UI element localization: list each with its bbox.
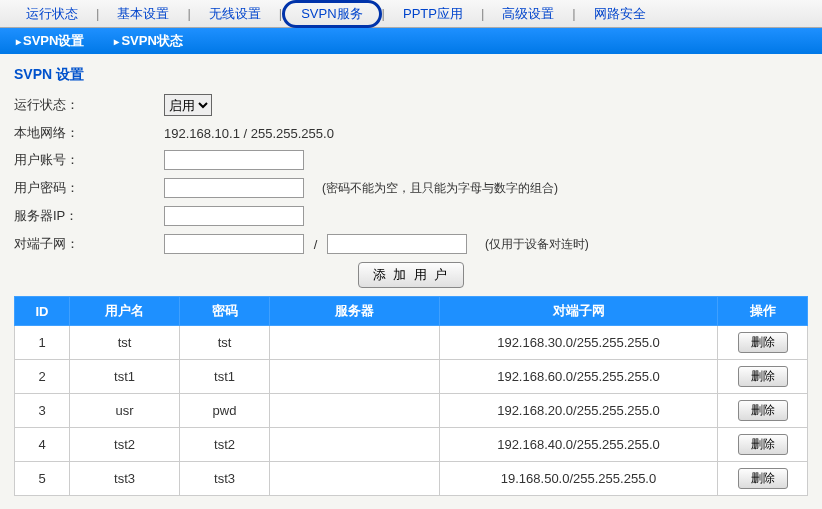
cell-server [270, 326, 440, 360]
pwd-label: 用户密码 [14, 179, 164, 197]
server-ip-label: 服务器IP [14, 207, 164, 225]
cell-id: 2 [15, 360, 70, 394]
pwd-input[interactable] [164, 178, 304, 198]
th-user: 用户名 [70, 297, 180, 326]
peer-net-input-1[interactable] [164, 234, 304, 254]
user-label: 用户账号 [14, 151, 164, 169]
row-peer-net: 对端子网 / (仅用于设备对连时) [14, 234, 808, 254]
peer-net-input-2[interactable] [327, 234, 467, 254]
subnav-item-1[interactable]: SVPN状态 [114, 32, 182, 50]
delete-button[interactable]: 删除 [738, 366, 788, 387]
user-input[interactable] [164, 150, 304, 170]
topnav-item-6[interactable]: 网路安全 [576, 1, 664, 27]
th-op: 操作 [718, 297, 808, 326]
table-row: 4tst2tst2192.168.40.0/255.255.255.0删除 [15, 428, 808, 462]
cell-pwd: pwd [180, 394, 270, 428]
row-local-net: 本地网络 192.168.10.1 / 255.255.255.0 [14, 124, 808, 142]
page-title: SVPN 设置 [14, 66, 808, 84]
peer-net-label: 对端子网 [14, 235, 164, 253]
th-id: ID [15, 297, 70, 326]
th-pwd: 密码 [180, 297, 270, 326]
cell-peer: 19.168.50.0/255.255.255.0 [440, 462, 718, 496]
topnav-item-0[interactable]: 运行状态 [8, 1, 96, 27]
peer-net-inputs: / [164, 234, 467, 254]
cell-op: 删除 [718, 428, 808, 462]
cell-user: tst3 [70, 462, 180, 496]
content-area: SVPN 设置 运行状态 启用 本地网络 192.168.10.1 / 255.… [0, 54, 822, 508]
status-select[interactable]: 启用 [164, 94, 212, 116]
cell-peer: 192.168.40.0/255.255.255.0 [440, 428, 718, 462]
topnav-item-3[interactable]: SVPN服务 [282, 0, 381, 28]
cell-server [270, 462, 440, 496]
th-server: 服务器 [270, 297, 440, 326]
topnav-item-5[interactable]: 高级设置 [484, 1, 572, 27]
cell-id: 3 [15, 394, 70, 428]
status-label: 运行状态 [14, 96, 164, 114]
cell-server [270, 360, 440, 394]
add-user-button[interactable]: 添 加 用 户 [358, 262, 465, 288]
table-row: 1tsttst192.168.30.0/255.255.255.0删除 [15, 326, 808, 360]
cell-id: 4 [15, 428, 70, 462]
status-value: 启用 [164, 94, 212, 116]
add-button-row: 添 加 用 户 [14, 262, 808, 288]
cell-op: 删除 [718, 360, 808, 394]
cell-peer: 192.168.20.0/255.255.255.0 [440, 394, 718, 428]
topnav-item-4[interactable]: PPTP应用 [385, 1, 481, 27]
row-server-ip: 服务器IP [14, 206, 808, 226]
row-status: 运行状态 启用 [14, 94, 808, 116]
th-peer: 对端子网 [440, 297, 718, 326]
local-net-value: 192.168.10.1 / 255.255.255.0 [164, 126, 334, 141]
cell-peer: 192.168.60.0/255.255.255.0 [440, 360, 718, 394]
pwd-hint: (密码不能为空，且只能为字母与数字的组合) [322, 180, 558, 197]
table-row: 2tst1tst1192.168.60.0/255.255.255.0删除 [15, 360, 808, 394]
cell-id: 1 [15, 326, 70, 360]
cell-server [270, 428, 440, 462]
peer-net-hint: (仅用于设备对连时) [485, 236, 589, 253]
server-ip-input[interactable] [164, 206, 304, 226]
cell-user: usr [70, 394, 180, 428]
row-user: 用户账号 [14, 150, 808, 170]
cell-user: tst [70, 326, 180, 360]
cell-pwd: tst3 [180, 462, 270, 496]
cell-op: 删除 [718, 326, 808, 360]
table-header-row: ID 用户名 密码 服务器 对端子网 操作 [15, 297, 808, 326]
top-nav: 运行状态|基本设置|无线设置|SVPN服务|PPTP应用|高级设置|网路安全 [0, 0, 822, 28]
cell-op: 删除 [718, 462, 808, 496]
cell-peer: 192.168.30.0/255.255.255.0 [440, 326, 718, 360]
delete-button[interactable]: 删除 [738, 332, 788, 353]
delete-button[interactable]: 删除 [738, 400, 788, 421]
cell-pwd: tst2 [180, 428, 270, 462]
cell-id: 5 [15, 462, 70, 496]
topnav-item-1[interactable]: 基本设置 [99, 1, 187, 27]
cell-user: tst1 [70, 360, 180, 394]
topnav-item-2[interactable]: 无线设置 [191, 1, 279, 27]
cell-pwd: tst [180, 326, 270, 360]
row-password: 用户密码 (密码不能为空，且只能为字母与数字的组合) [14, 178, 808, 198]
cell-op: 删除 [718, 394, 808, 428]
slash-separator: / [314, 237, 318, 252]
cell-pwd: tst1 [180, 360, 270, 394]
cell-server [270, 394, 440, 428]
table-row: 3usrpwd192.168.20.0/255.255.255.0删除 [15, 394, 808, 428]
delete-button[interactable]: 删除 [738, 468, 788, 489]
subnav-item-0[interactable]: SVPN设置 [16, 32, 84, 50]
table-row: 5tst3tst319.168.50.0/255.255.255.0删除 [15, 462, 808, 496]
sub-nav: SVPN设置SVPN状态 [0, 28, 822, 54]
user-table: ID 用户名 密码 服务器 对端子网 操作 1tsttst192.168.30.… [14, 296, 808, 496]
local-net-label: 本地网络 [14, 124, 164, 142]
delete-button[interactable]: 删除 [738, 434, 788, 455]
cell-user: tst2 [70, 428, 180, 462]
